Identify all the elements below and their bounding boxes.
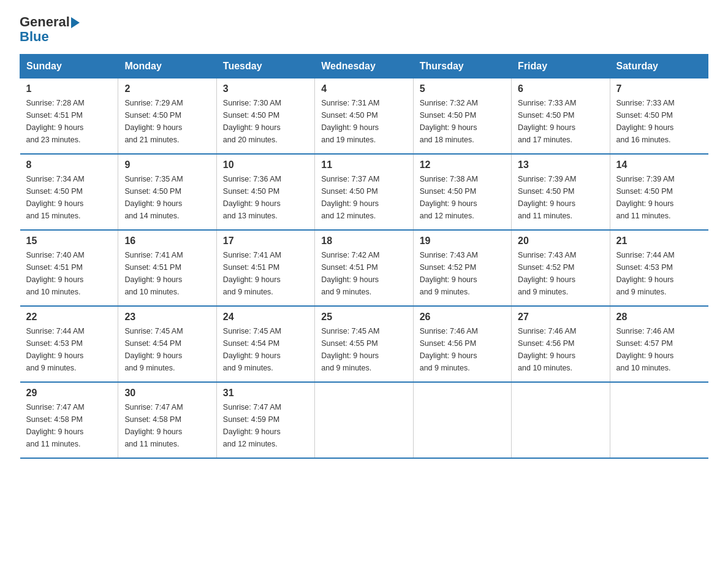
header-tuesday: Tuesday (216, 55, 314, 79)
day-info: Sunrise: 7:36 AMSunset: 4:50 PMDaylight:… (223, 173, 308, 222)
day-number: 23 (124, 312, 210, 323)
calendar-week-row: 8Sunrise: 7:34 AMSunset: 4:50 PMDaylight… (20, 154, 708, 230)
day-info: Sunrise: 7:45 AMSunset: 4:54 PMDaylight:… (124, 325, 210, 374)
day-info: Sunrise: 7:29 AMSunset: 4:50 PMDaylight:… (124, 97, 210, 146)
day-number: 30 (124, 388, 210, 399)
calendar-cell: 31Sunrise: 7:47 AMSunset: 4:59 PMDayligh… (216, 382, 314, 458)
calendar-cell: 23Sunrise: 7:45 AMSunset: 4:54 PMDayligh… (118, 306, 216, 382)
calendar-cell: 4Sunrise: 7:31 AMSunset: 4:50 PMDaylight… (315, 79, 413, 155)
day-info: Sunrise: 7:45 AMSunset: 4:54 PMDaylight:… (223, 325, 308, 374)
calendar-cell: 18Sunrise: 7:42 AMSunset: 4:51 PMDayligh… (315, 230, 413, 306)
day-info: Sunrise: 7:33 AMSunset: 4:50 PMDaylight:… (616, 97, 702, 146)
day-number: 11 (321, 159, 406, 170)
logo-arrow-icon (71, 17, 80, 28)
day-info: Sunrise: 7:38 AMSunset: 4:50 PMDaylight:… (420, 173, 505, 222)
day-info: Sunrise: 7:33 AMSunset: 4:50 PMDaylight:… (518, 97, 603, 146)
calendar-cell: 6Sunrise: 7:33 AMSunset: 4:50 PMDaylight… (512, 79, 610, 155)
calendar-cell (413, 382, 511, 458)
day-info: Sunrise: 7:45 AMSunset: 4:55 PMDaylight:… (321, 325, 406, 374)
calendar-cell: 17Sunrise: 7:41 AMSunset: 4:51 PMDayligh… (216, 230, 314, 306)
calendar-cell: 20Sunrise: 7:43 AMSunset: 4:52 PMDayligh… (512, 230, 610, 306)
day-info: Sunrise: 7:43 AMSunset: 4:52 PMDaylight:… (420, 249, 505, 298)
day-info: Sunrise: 7:37 AMSunset: 4:50 PMDaylight:… (321, 173, 406, 222)
day-number: 18 (321, 236, 406, 247)
calendar-cell: 25Sunrise: 7:45 AMSunset: 4:55 PMDayligh… (315, 306, 413, 382)
calendar-cell: 15Sunrise: 7:40 AMSunset: 4:51 PMDayligh… (20, 230, 118, 306)
day-number: 7 (616, 83, 702, 94)
day-number: 3 (223, 83, 308, 94)
header-sunday: Sunday (20, 55, 118, 79)
calendar-cell: 30Sunrise: 7:47 AMSunset: 4:58 PMDayligh… (118, 382, 216, 458)
day-info: Sunrise: 7:42 AMSunset: 4:51 PMDaylight:… (321, 249, 406, 298)
calendar-table: SundayMondayTuesdayWednesdayThursdayFrid… (20, 54, 708, 459)
calendar-cell: 27Sunrise: 7:46 AMSunset: 4:56 PMDayligh… (512, 306, 610, 382)
calendar-cell: 16Sunrise: 7:41 AMSunset: 4:51 PMDayligh… (118, 230, 216, 306)
calendar-cell: 29Sunrise: 7:47 AMSunset: 4:58 PMDayligh… (20, 382, 118, 458)
calendar-cell (315, 382, 413, 458)
day-number: 28 (616, 312, 702, 323)
day-info: Sunrise: 7:39 AMSunset: 4:50 PMDaylight:… (616, 173, 702, 222)
day-number: 8 (26, 159, 112, 170)
day-info: Sunrise: 7:30 AMSunset: 4:50 PMDaylight:… (223, 97, 308, 146)
calendar-cell: 7Sunrise: 7:33 AMSunset: 4:50 PMDaylight… (610, 79, 708, 155)
calendar-cell: 12Sunrise: 7:38 AMSunset: 4:50 PMDayligh… (413, 154, 511, 230)
day-number: 13 (518, 159, 603, 170)
calendar-cell: 13Sunrise: 7:39 AMSunset: 4:50 PMDayligh… (512, 154, 610, 230)
day-info: Sunrise: 7:47 AMSunset: 4:59 PMDaylight:… (223, 401, 308, 450)
day-info: Sunrise: 7:44 AMSunset: 4:53 PMDaylight:… (26, 325, 112, 374)
day-number: 26 (420, 312, 505, 323)
day-number: 9 (124, 159, 210, 170)
header-monday: Monday (118, 55, 216, 79)
day-number: 14 (616, 159, 702, 170)
logo-blue-text: Blue (20, 29, 49, 44)
day-info: Sunrise: 7:31 AMSunset: 4:50 PMDaylight:… (321, 97, 406, 146)
day-number: 4 (321, 83, 406, 94)
calendar-week-row: 1Sunrise: 7:28 AMSunset: 4:51 PMDaylight… (20, 79, 708, 155)
calendar-cell: 14Sunrise: 7:39 AMSunset: 4:50 PMDayligh… (610, 154, 708, 230)
calendar-cell: 26Sunrise: 7:46 AMSunset: 4:56 PMDayligh… (413, 306, 511, 382)
calendar-week-row: 15Sunrise: 7:40 AMSunset: 4:51 PMDayligh… (20, 230, 708, 306)
day-info: Sunrise: 7:40 AMSunset: 4:51 PMDaylight:… (26, 249, 112, 298)
calendar-cell: 28Sunrise: 7:46 AMSunset: 4:57 PMDayligh… (610, 306, 708, 382)
day-number: 16 (124, 236, 210, 247)
day-number: 5 (420, 83, 505, 94)
day-number: 22 (26, 312, 112, 323)
day-info: Sunrise: 7:46 AMSunset: 4:56 PMDaylight:… (420, 325, 505, 374)
calendar-header-row: SundayMondayTuesdayWednesdayThursdayFrid… (20, 55, 708, 79)
day-info: Sunrise: 7:39 AMSunset: 4:50 PMDaylight:… (518, 173, 603, 222)
day-number: 15 (26, 236, 112, 247)
day-info: Sunrise: 7:47 AMSunset: 4:58 PMDaylight:… (124, 401, 210, 450)
day-number: 17 (223, 236, 308, 247)
header-saturday: Saturday (610, 55, 708, 79)
day-info: Sunrise: 7:41 AMSunset: 4:51 PMDaylight:… (124, 249, 210, 298)
day-number: 12 (420, 159, 505, 170)
header-thursday: Thursday (413, 55, 511, 79)
logo-text: GeneralBlue (20, 15, 80, 44)
day-info: Sunrise: 7:28 AMSunset: 4:51 PMDaylight:… (26, 97, 112, 146)
day-number: 31 (223, 388, 308, 399)
header-friday: Friday (512, 55, 610, 79)
day-number: 6 (518, 83, 603, 94)
day-number: 1 (26, 83, 112, 94)
calendar-cell: 24Sunrise: 7:45 AMSunset: 4:54 PMDayligh… (216, 306, 314, 382)
calendar-cell: 9Sunrise: 7:35 AMSunset: 4:50 PMDaylight… (118, 154, 216, 230)
calendar-cell: 8Sunrise: 7:34 AMSunset: 4:50 PMDaylight… (20, 154, 118, 230)
calendar-cell: 1Sunrise: 7:28 AMSunset: 4:51 PMDaylight… (20, 79, 118, 155)
calendar-cell: 5Sunrise: 7:32 AMSunset: 4:50 PMDaylight… (413, 79, 511, 155)
day-number: 2 (124, 83, 210, 94)
day-info: Sunrise: 7:35 AMSunset: 4:50 PMDaylight:… (124, 173, 210, 222)
day-info: Sunrise: 7:46 AMSunset: 4:56 PMDaylight:… (518, 325, 603, 374)
day-info: Sunrise: 7:32 AMSunset: 4:50 PMDaylight:… (420, 97, 505, 146)
day-number: 20 (518, 236, 603, 247)
day-info: Sunrise: 7:44 AMSunset: 4:53 PMDaylight:… (616, 249, 702, 298)
calendar-cell: 3Sunrise: 7:30 AMSunset: 4:50 PMDaylight… (216, 79, 314, 155)
calendar-week-row: 22Sunrise: 7:44 AMSunset: 4:53 PMDayligh… (20, 306, 708, 382)
day-number: 29 (26, 388, 112, 399)
day-number: 27 (518, 312, 603, 323)
logo: GeneralBlue (20, 15, 80, 44)
calendar-cell: 22Sunrise: 7:44 AMSunset: 4:53 PMDayligh… (20, 306, 118, 382)
calendar-cell: 11Sunrise: 7:37 AMSunset: 4:50 PMDayligh… (315, 154, 413, 230)
calendar-cell: 21Sunrise: 7:44 AMSunset: 4:53 PMDayligh… (610, 230, 708, 306)
calendar-week-row: 29Sunrise: 7:47 AMSunset: 4:58 PMDayligh… (20, 382, 708, 458)
day-info: Sunrise: 7:34 AMSunset: 4:50 PMDaylight:… (26, 173, 112, 222)
